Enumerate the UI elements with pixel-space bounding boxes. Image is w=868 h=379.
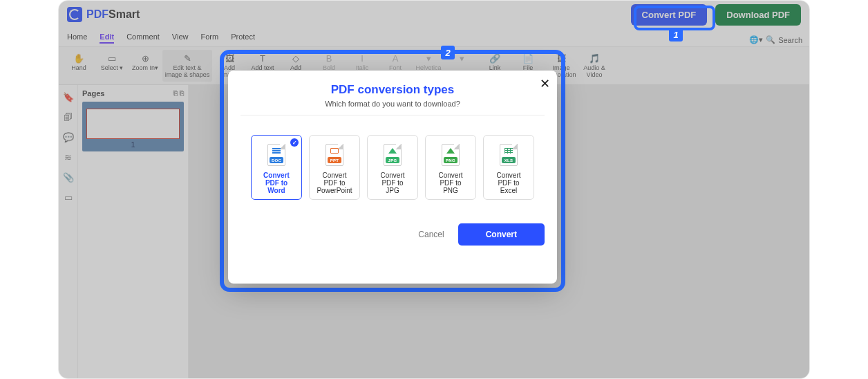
file-icon: PNG xyxy=(442,144,460,166)
file-icon: XLS xyxy=(500,144,518,166)
page-thumb-image xyxy=(86,109,180,139)
conversion-options: ✓DOCConvertPDF toWordPPTConvertPDF toPow… xyxy=(240,135,545,200)
option-doc[interactable]: ✓DOCConvertPDF toWord xyxy=(251,135,302,200)
option-label: ConvertPDF toPNG xyxy=(438,172,462,194)
comments-icon[interactable]: 💬 xyxy=(63,132,74,142)
tool-label: Audio & Video xyxy=(580,65,609,79)
brand-prefix: PDF xyxy=(86,8,108,20)
tool-icon: ▭ xyxy=(108,53,116,64)
tool-icon: 📄 xyxy=(522,53,534,64)
brand-logo[interactable]: PDFSmart xyxy=(67,7,140,22)
pages-tools[interactable]: ⎘ ⎘ xyxy=(173,89,184,98)
menu-view[interactable]: View xyxy=(172,31,189,44)
option-jpg[interactable]: JPGConvertPDF toJPG xyxy=(367,135,418,200)
language-icon[interactable]: 🌐▾ xyxy=(749,35,763,44)
sidebar: 🔖 🗐 💬 ≋ 📎 ▭ xyxy=(59,85,78,379)
tool-label: Hand xyxy=(71,65,86,72)
tool-icon: ▾ xyxy=(460,53,464,64)
menubar: HomeEditCommentViewFormProtect xyxy=(59,28,809,47)
tool-icon: A xyxy=(393,53,399,64)
tool-icon: 🔗 xyxy=(489,53,500,64)
convert-button[interactable]: Convert xyxy=(458,223,545,246)
file-icon: JPG xyxy=(384,144,402,166)
download-pdf-button[interactable]: Download PDF xyxy=(715,4,801,26)
brand-suffix: Smart xyxy=(108,8,140,20)
convert-pdf-button[interactable]: Convert PDF xyxy=(631,4,708,26)
pages-panel: Pages ⎘ ⎘ 1 xyxy=(78,85,189,379)
tool-zoom-in-[interactable]: ⊕Zoom In▾ xyxy=(129,50,161,82)
tool-icon: ⊕ xyxy=(142,53,149,64)
modal-title: PDF conversion types xyxy=(240,83,545,97)
check-icon: ✓ xyxy=(290,138,299,147)
top-actions: Convert PDF Download PDF xyxy=(631,4,801,26)
tool-icon: T xyxy=(260,53,265,64)
pages-title: Pages xyxy=(82,89,104,98)
modal-subtitle: Which format do you want to download? xyxy=(240,100,545,115)
tool-icon: 🖼 xyxy=(557,53,566,64)
option-label: ConvertPDF toWord xyxy=(263,172,290,194)
modal-actions: Cancel Convert xyxy=(240,223,545,246)
menu-comment[interactable]: Comment xyxy=(126,31,160,44)
tool-icon: ◇ xyxy=(292,53,299,64)
option-xls[interactable]: XLSConvertPDF toExcel xyxy=(483,135,534,200)
page-number: 1 xyxy=(86,139,180,150)
topbar: PDFSmart Convert PDF Download PDF xyxy=(59,1,809,28)
tool-icon: B xyxy=(326,53,332,64)
tool-label: Edit text & image & shapes xyxy=(164,65,211,79)
menu-home[interactable]: Home xyxy=(67,31,87,44)
file-icon: DOC xyxy=(267,144,285,166)
file-icon: PPT xyxy=(326,144,343,166)
close-icon[interactable]: ✕ xyxy=(540,76,550,91)
menu-edit[interactable]: Edit xyxy=(100,31,114,44)
tool-select-[interactable]: ▭Select ▾ xyxy=(96,50,128,82)
option-png[interactable]: PNGConvertPDF toPNG xyxy=(425,135,476,200)
tool-icon: I xyxy=(361,53,364,64)
option-label: ConvertPDF toJPG xyxy=(380,172,404,194)
page-thumbnail[interactable]: 1 xyxy=(82,102,184,151)
search-icon: 🔍 xyxy=(766,35,775,44)
annotation-badge-2: 2 xyxy=(441,46,455,59)
tool-audio-video[interactable]: 🎵Audio & Video xyxy=(578,50,610,82)
conversion-modal: ✕ PDF conversion types Which format do y… xyxy=(228,71,557,284)
tool-edit-text-image-shapes[interactable]: ✎Edit text & image & shapes xyxy=(162,50,212,82)
tool-label: Select ▾ xyxy=(101,65,124,72)
menu-protect[interactable]: Protect xyxy=(231,31,255,44)
option-label: ConvertPDF toPowerPoint xyxy=(317,172,352,194)
tool-icon: ✋ xyxy=(73,53,84,64)
tool-icon: 🎵 xyxy=(589,53,600,64)
tool-icon: ▾ xyxy=(426,53,431,64)
search-label: Search xyxy=(778,36,802,44)
menu-form[interactable]: Form xyxy=(200,31,218,44)
tool-icon: 🖼 xyxy=(225,53,234,64)
logo-icon xyxy=(67,7,82,22)
pages-icon[interactable]: 🗐 xyxy=(64,112,73,122)
tool-hand[interactable]: ✋Hand xyxy=(63,50,95,82)
annotation-badge-1: 1 xyxy=(669,28,683,41)
option-label: ConvertPDF toExcel xyxy=(496,172,520,194)
option-ppt[interactable]: PPTConvertPDF toPowerPoint xyxy=(309,135,360,200)
layers-icon[interactable]: ≋ xyxy=(64,152,72,163)
stamp-icon[interactable]: ▭ xyxy=(64,192,73,203)
cancel-button[interactable]: Cancel xyxy=(418,230,444,239)
tool-icon: ✎ xyxy=(184,53,191,64)
attachment-icon[interactable]: 📎 xyxy=(63,172,74,183)
tool-label: Zoom In▾ xyxy=(132,65,158,72)
search-area[interactable]: 🌐▾ 🔍 Search xyxy=(749,35,802,44)
bookmark-icon[interactable]: 🔖 xyxy=(63,92,74,102)
